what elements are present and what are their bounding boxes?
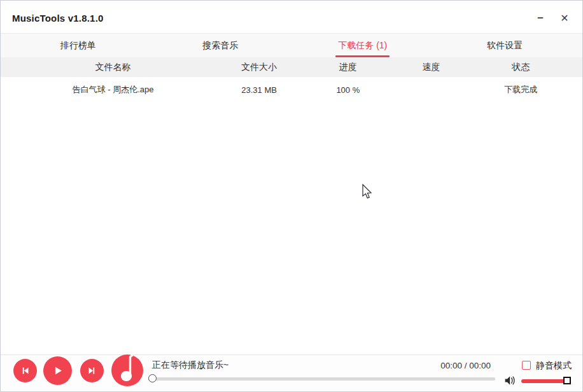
tab-settings[interactable]: 软件设置 — [434, 34, 577, 57]
mouse-cursor-icon — [361, 184, 374, 200]
player-status-text: 正在等待播放音乐~ — [152, 360, 228, 371]
column-file-size: 文件大小 — [225, 62, 293, 73]
playback-time: 00:00 / 00:00 — [421, 361, 491, 370]
play-button[interactable] — [43, 356, 72, 385]
tab-ranking[interactable]: 排行榜单 — [7, 34, 150, 57]
tab-downloads[interactable]: 下载任务 (1) — [292, 34, 434, 57]
music-note-logo[interactable] — [111, 354, 143, 386]
tab-ranking-label: 排行榜单 — [59, 34, 97, 57]
tab-downloads-label: 下载任务 (1) — [337, 34, 388, 57]
cell-progress: 100 % — [293, 85, 404, 95]
download-list-empty-area — [1, 102, 582, 354]
column-progress: 进度 — [293, 62, 404, 73]
speaker-icon[interactable] — [504, 375, 517, 386]
close-button[interactable]: ✕ — [556, 10, 573, 26]
app-window: MusicTools v1.8.1.0 – ✕ 排行榜单 搜索音乐 下载任务 (… — [0, 0, 583, 392]
skip-next-icon — [87, 366, 97, 375]
next-track-button[interactable] — [80, 359, 104, 382]
cell-status: 下载完成 — [459, 84, 582, 95]
cell-file-size: 23.31 MB — [225, 85, 293, 95]
column-file-name: 文件名称 — [1, 62, 225, 73]
volume-slider-thumb[interactable] — [563, 377, 571, 384]
play-icon — [52, 365, 63, 376]
playback-progress-thumb[interactable] — [148, 374, 157, 382]
title-bar: MusicTools v1.8.1.0 – ✕ — [1, 1, 582, 34]
skip-previous-icon — [20, 366, 30, 375]
previous-track-button[interactable] — [13, 359, 37, 382]
table-row[interactable]: 告白气球 - 周杰伦.ape 23.31 MB 100 % 下载完成 — [1, 77, 582, 102]
cell-file-name: 告白气球 - 周杰伦.ape — [1, 84, 225, 95]
minimize-button[interactable]: – — [531, 10, 549, 26]
mute-mode-checkbox[interactable] — [522, 361, 531, 370]
tab-bar: 排行榜单 搜索音乐 下载任务 (1) 软件设置 — [1, 34, 582, 57]
tab-search-label: 搜索音乐 — [201, 34, 239, 57]
window-title: MusicTools v1.8.1.0 — [12, 13, 104, 24]
player-bar: 正在等待播放音乐~ 00:00 / 00:00 静音模式 — [1, 354, 582, 392]
column-status: 状态 — [459, 62, 582, 73]
playback-progress-slider[interactable] — [148, 377, 495, 381]
mute-mode-label: 静音模式 — [536, 360, 572, 372]
tab-search[interactable]: 搜索音乐 — [150, 34, 292, 57]
tab-settings-label: 软件设置 — [486, 34, 524, 57]
table-header: 文件名称 文件大小 进度 速度 状态 — [1, 57, 582, 77]
column-speed: 速度 — [404, 62, 460, 73]
